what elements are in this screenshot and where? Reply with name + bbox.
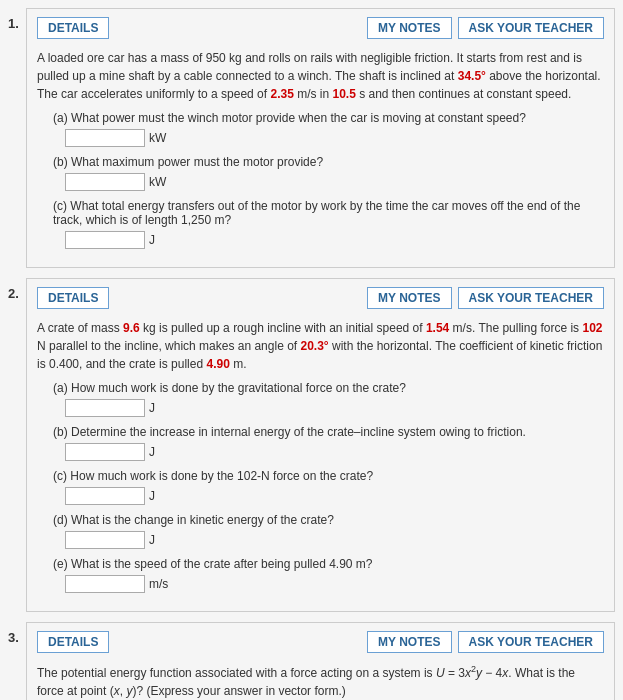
unit-2b: J: [149, 445, 155, 459]
problem-3: 3. DETAILS MY NOTES ASK YOUR TEACHER The…: [8, 622, 615, 700]
ask-teacher-button-2[interactable]: ASK YOUR TEACHER: [458, 287, 604, 309]
highlight-force-2: 102: [582, 321, 602, 335]
highlight-mass-2: 9.6: [123, 321, 140, 335]
unit-2a: J: [149, 401, 155, 415]
my-notes-button-3[interactable]: MY NOTES: [367, 631, 451, 653]
ask-teacher-button-1[interactable]: ASK YOUR TEACHER: [458, 17, 604, 39]
input-2a[interactable]: [65, 399, 145, 417]
sub-q-1a: (a) What power must the winch motor prov…: [53, 111, 604, 125]
sub-q-2d: (d) What is the change in kinetic energy…: [53, 513, 604, 527]
ask-teacher-button-3[interactable]: ASK YOUR TEACHER: [458, 631, 604, 653]
answer-row-2e: m/s: [65, 575, 604, 593]
unit-2d: J: [149, 533, 155, 547]
answer-row-2b: J: [65, 443, 604, 461]
header-right-2: MY NOTES ASK YOUR TEACHER: [367, 287, 604, 309]
details-button-1[interactable]: DETAILS: [37, 17, 109, 39]
problem-2: 2. DETAILS MY NOTES ASK YOUR TEACHER A c…: [8, 278, 615, 612]
problem-3-header: DETAILS MY NOTES ASK YOUR TEACHER: [37, 631, 604, 653]
input-1c[interactable]: [65, 231, 145, 249]
problem-2-number: 2.: [8, 278, 26, 612]
problem-3-text: The potential energy function associated…: [37, 663, 604, 700]
answer-row-1c: J: [65, 231, 604, 249]
input-1a[interactable]: [65, 129, 145, 147]
problem-3-number: 3.: [8, 622, 26, 700]
input-2b[interactable]: [65, 443, 145, 461]
unit-1b: kW: [149, 175, 166, 189]
highlight-angle-1: 34.5°: [458, 69, 486, 83]
input-2d[interactable]: [65, 531, 145, 549]
problem-1-content: DETAILS MY NOTES ASK YOUR TEACHER A load…: [26, 8, 615, 268]
sub-q-1c: (c) What total energy transfers out of t…: [53, 199, 604, 227]
answer-row-2d: J: [65, 531, 604, 549]
unit-2c: J: [149, 489, 155, 503]
header-right-3: MY NOTES ASK YOUR TEACHER: [367, 631, 604, 653]
answer-row-2a: J: [65, 399, 604, 417]
sub-q-1b: (b) What maximum power must the motor pr…: [53, 155, 604, 169]
problem-1-header: DETAILS MY NOTES ASK YOUR TEACHER: [37, 17, 604, 39]
unit-1c: J: [149, 233, 155, 247]
unit-2e: m/s: [149, 577, 168, 591]
sub-q-2c: (c) How much work is done by the 102-N f…: [53, 469, 604, 483]
input-1b[interactable]: [65, 173, 145, 191]
details-button-2[interactable]: DETAILS: [37, 287, 109, 309]
my-notes-button-1[interactable]: MY NOTES: [367, 17, 451, 39]
problem-2-header: DETAILS MY NOTES ASK YOUR TEACHER: [37, 287, 604, 309]
problem-2-content: DETAILS MY NOTES ASK YOUR TEACHER A crat…: [26, 278, 615, 612]
page-wrapper: 1. DETAILS MY NOTES ASK YOUR TEACHER A l…: [0, 0, 623, 700]
answer-row-1b: kW: [65, 173, 604, 191]
answer-row-2c: J: [65, 487, 604, 505]
input-2c[interactable]: [65, 487, 145, 505]
sub-q-2a: (a) How much work is done by the gravita…: [53, 381, 604, 395]
highlight-speed-1: 2.35: [270, 87, 293, 101]
highlight-time-1: 10.5: [332, 87, 355, 101]
problem-2-text: A crate of mass 9.6 kg is pulled up a ro…: [37, 319, 604, 373]
problem-1-text: A loaded ore car has a mass of 950 kg an…: [37, 49, 604, 103]
sub-q-2b: (b) Determine the increase in internal e…: [53, 425, 604, 439]
my-notes-button-2[interactable]: MY NOTES: [367, 287, 451, 309]
problem-3-content: DETAILS MY NOTES ASK YOUR TEACHER The po…: [26, 622, 615, 700]
highlight-angle-2: 20.3°: [300, 339, 328, 353]
highlight-speed-2: 1.54: [426, 321, 449, 335]
problem-1-number: 1.: [8, 8, 26, 268]
unit-1a: kW: [149, 131, 166, 145]
sub-q-2e: (e) What is the speed of the crate after…: [53, 557, 604, 571]
details-button-3[interactable]: DETAILS: [37, 631, 109, 653]
input-2e[interactable]: [65, 575, 145, 593]
highlight-dist-2: 4.90: [206, 357, 229, 371]
answer-row-1a: kW: [65, 129, 604, 147]
header-right-1: MY NOTES ASK YOUR TEACHER: [367, 17, 604, 39]
problem-1: 1. DETAILS MY NOTES ASK YOUR TEACHER A l…: [8, 8, 615, 268]
